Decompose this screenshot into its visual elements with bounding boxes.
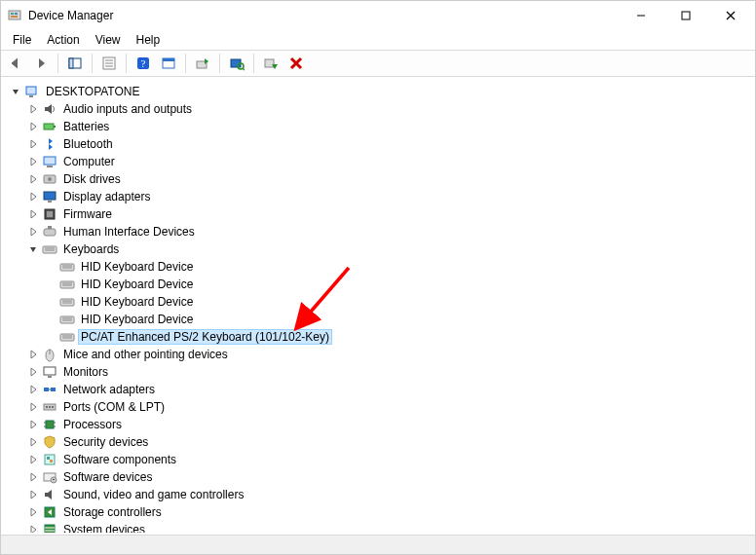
tree-category[interactable]: Security devices [5, 433, 753, 451]
chevron-down-icon[interactable] [26, 242, 40, 256]
tree-category[interactable]: Monitors [5, 363, 753, 381]
menu-view[interactable]: View [88, 31, 129, 49]
chevron-right-icon[interactable] [26, 400, 40, 414]
svg-rect-22 [265, 59, 274, 67]
tree-category[interactable]: Ports (COM & LPT) [5, 398, 753, 416]
chevron-right-icon[interactable] [26, 523, 40, 533]
tree-category[interactable]: Storage controllers [5, 503, 753, 521]
scan-hardware-button[interactable] [225, 52, 248, 75]
tree-category-label: Software components [61, 453, 178, 466]
chevron-right-icon[interactable] [26, 190, 40, 204]
tree-category[interactable]: Disk drives [5, 170, 753, 188]
svg-point-65 [46, 406, 48, 408]
chevron-right-icon[interactable] [26, 120, 40, 133]
tree-device-label: PC/AT Enhanced PS/2 Keyboard (101/102-Ke… [79, 330, 331, 344]
tree-category[interactable]: Processors [5, 416, 753, 433]
tree-category[interactable]: Bluetooth [5, 135, 753, 153]
tree-category[interactable]: Computer [5, 153, 753, 170]
tree-category[interactable]: Network adapters [5, 381, 753, 398]
tree-device[interactable]: HID Keyboard Device [5, 276, 753, 293]
chevron-right-icon[interactable] [26, 488, 40, 501]
uninstall-button[interactable] [259, 52, 283, 75]
tree-category-label: Monitors [61, 365, 110, 379]
sound-icon [42, 487, 57, 502]
tree-category-label: Processors [61, 418, 124, 431]
chevron-right-icon[interactable] [26, 137, 40, 151]
storage-icon [42, 504, 57, 520]
tree-category[interactable]: Firmware [5, 205, 753, 223]
svg-rect-3 [11, 16, 18, 18]
menu-file[interactable]: File [5, 31, 39, 49]
chevron-right-icon[interactable] [26, 155, 40, 168]
menu-action[interactable]: Action [39, 31, 87, 49]
chevron-right-icon[interactable] [26, 470, 40, 484]
tree-category-label: Bluetooth [61, 137, 115, 151]
chevron-right-icon[interactable] [26, 207, 40, 221]
tree-device[interactable]: HID Keyboard Device [5, 293, 753, 311]
properties-button[interactable] [97, 52, 121, 75]
tree-category-label: Network adapters [61, 383, 157, 396]
chevron-right-icon[interactable] [26, 505, 40, 519]
svg-rect-27 [44, 124, 54, 130]
tree-category[interactable]: System devices [5, 521, 753, 533]
show-hide-console-button[interactable] [63, 52, 87, 75]
tree-category[interactable]: Audio inputs and outputs [5, 100, 753, 118]
tree-category-label: Computer [61, 155, 117, 168]
svg-text:?: ? [141, 57, 146, 69]
chevron-right-icon[interactable] [26, 435, 40, 449]
menu-help[interactable]: Help [129, 31, 169, 49]
bluetooth-icon [42, 136, 57, 152]
tree-category-label: Software devices [61, 470, 154, 484]
tree-category[interactable]: Software devices [5, 468, 753, 486]
tree-category[interactable]: Display adapters [5, 188, 753, 205]
tree-category[interactable]: Human Interface Devices [5, 223, 753, 240]
chevron-down-icon[interactable] [9, 85, 22, 98]
svg-rect-61 [44, 388, 49, 391]
hid-icon [42, 224, 57, 240]
chevron-right-icon[interactable] [26, 102, 40, 116]
mouse-icon [42, 347, 57, 362]
chevron-right-icon[interactable] [26, 348, 40, 361]
close-button[interactable] [708, 1, 753, 30]
chevron-right-icon[interactable] [26, 383, 40, 396]
forward-button[interactable] [29, 52, 53, 75]
keyboard-icon [59, 259, 75, 275]
chevron-right-icon[interactable] [26, 225, 40, 239]
tree-device[interactable]: PC/AT Enhanced PS/2 Keyboard (101/102-Ke… [5, 328, 753, 346]
svg-rect-5 [682, 12, 690, 19]
disable-button[interactable] [284, 52, 308, 75]
tree-device-label: HID Keyboard Device [79, 278, 195, 291]
tree-category-label: Mice and other pointing devices [61, 348, 230, 361]
chevron-right-icon[interactable] [26, 172, 40, 186]
update-driver-button[interactable] [191, 52, 214, 75]
tree-category-label: Batteries [61, 120, 111, 133]
minimize-button[interactable] [619, 1, 663, 30]
maximize-button[interactable] [663, 1, 708, 30]
svg-rect-74 [47, 457, 50, 460]
tree-category-label: Human Interface Devices [61, 225, 197, 239]
tree-category[interactable]: Mice and other pointing devices [5, 346, 753, 363]
tree-category[interactable]: Software components [5, 451, 753, 468]
device-tree-scroll[interactable]: DESKTOPATONEAudio inputs and outputsBatt… [3, 79, 753, 533]
tree-category[interactable]: Sound, video and game controllers [5, 486, 753, 503]
tree-category-label: Ports (COM & LPT) [61, 400, 167, 414]
firmware-icon [42, 206, 57, 222]
tree-category[interactable]: Keyboards [5, 240, 753, 258]
svg-rect-34 [48, 201, 52, 203]
tree-device[interactable]: HID Keyboard Device [5, 258, 753, 276]
svg-rect-62 [51, 388, 56, 391]
tree-category-label: Storage controllers [61, 505, 164, 519]
tree-root[interactable]: DESKTOPATONE [5, 83, 753, 100]
chevron-right-icon[interactable] [26, 418, 40, 431]
svg-rect-0 [9, 11, 20, 19]
back-button[interactable] [4, 52, 27, 75]
view-button[interactable] [157, 52, 180, 75]
menu-bar: File Action View Help [1, 30, 755, 50]
chevron-right-icon[interactable] [26, 365, 40, 379]
chevron-right-icon[interactable] [26, 453, 40, 466]
help-button[interactable]: ? [132, 52, 155, 75]
keyboard-icon [59, 294, 75, 310]
disk-icon [42, 171, 57, 187]
tree-category[interactable]: Batteries [5, 118, 753, 135]
tree-device[interactable]: HID Keyboard Device [5, 311, 753, 328]
